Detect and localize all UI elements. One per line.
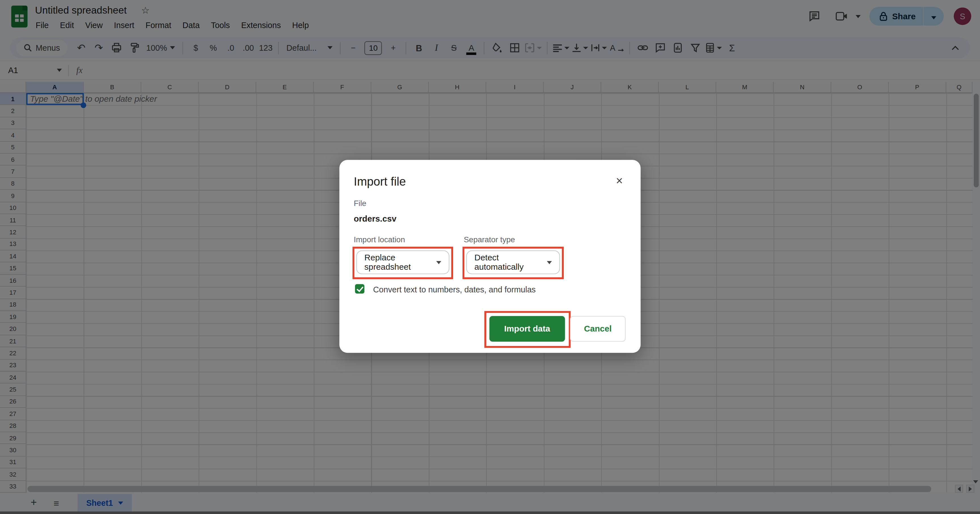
cancel-button[interactable]: Cancel	[570, 316, 625, 341]
file-name: orders.csv	[354, 214, 397, 224]
screen-bottom-edge	[0, 511, 980, 514]
convert-text-checkbox-label: Convert text to numbers, dates, and form…	[373, 285, 536, 294]
dialog-title: Import file	[354, 175, 406, 189]
file-label: File	[354, 199, 366, 208]
import-location-dropdown[interactable]: Replace spreadsheet	[356, 251, 449, 274]
import-data-button[interactable]: Import data	[490, 316, 565, 341]
import-location-label: Import location	[354, 235, 405, 244]
close-icon[interactable]: ×	[612, 174, 627, 189]
separator-type-label: Separator type	[464, 235, 515, 244]
convert-text-checkbox[interactable]	[355, 284, 364, 293]
import-file-dialog: Import file × File orders.csv Import loc…	[339, 160, 641, 353]
separator-type-dropdown[interactable]: Detect automatically	[466, 251, 560, 274]
google-sheets-window: Untitled spreadsheet ☆ FileEditViewInser…	[0, 0, 980, 514]
